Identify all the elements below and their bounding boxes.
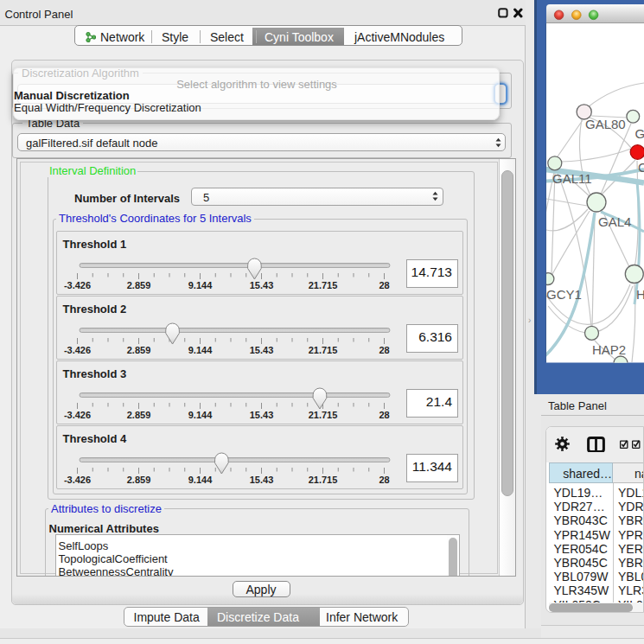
svg-text:CD: CD [638, 160, 644, 175]
svg-text:GCY1: GCY1 [546, 287, 582, 302]
svg-text:-3.426: -3.426 [64, 410, 91, 420]
svg-text:9.144: 9.144 [188, 280, 213, 290]
svg-text:28: 28 [379, 280, 389, 290]
svg-text:9.144: 9.144 [188, 345, 213, 355]
svg-text:2.859: 2.859 [127, 345, 151, 355]
svg-text:21.715: 21.715 [309, 280, 338, 290]
svg-text:2.859: 2.859 [127, 410, 151, 420]
svg-text:21.715: 21.715 [309, 475, 338, 485]
svg-text:GAL11: GAL11 [552, 171, 592, 186]
svg-text:28: 28 [379, 475, 389, 485]
svg-text:-3.426: -3.426 [64, 280, 91, 290]
svg-text:15.43: 15.43 [250, 345, 274, 355]
svg-text:21.715: 21.715 [309, 345, 338, 355]
svg-text:15.43: 15.43 [250, 475, 274, 485]
svg-text:15.43: 15.43 [250, 280, 274, 290]
svg-text:GA: GA [635, 126, 644, 141]
svg-text:2.859: 2.859 [127, 280, 151, 290]
svg-text:GAL4: GAL4 [598, 214, 631, 229]
svg-text:28: 28 [379, 345, 389, 355]
svg-text:21.715: 21.715 [309, 410, 338, 420]
svg-text:9.144: 9.144 [188, 475, 213, 485]
svg-text:15.43: 15.43 [250, 410, 274, 420]
svg-text:9.144: 9.144 [188, 410, 213, 420]
svg-text:28: 28 [379, 410, 389, 420]
svg-text:-3.426: -3.426 [64, 345, 91, 355]
svg-text:HAP2: HAP2 [592, 342, 626, 357]
svg-text:2.859: 2.859 [127, 475, 151, 485]
svg-text:GAL80: GAL80 [585, 117, 626, 131]
svg-text:-3.426: -3.426 [64, 475, 91, 485]
svg-text:H: H [636, 287, 644, 302]
